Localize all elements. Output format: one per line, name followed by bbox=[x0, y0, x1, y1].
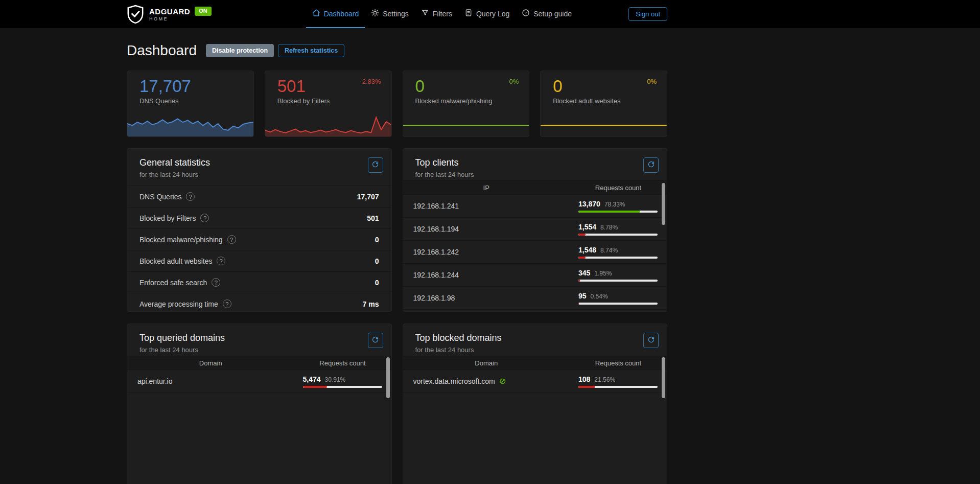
dns-queries-sparkline bbox=[127, 112, 253, 136]
request-count: 5,474 bbox=[303, 375, 321, 383]
refresh-button[interactable] bbox=[368, 333, 383, 348]
nav-item-query-log[interactable]: Query Log bbox=[458, 0, 516, 28]
request-percent: 8.74% bbox=[600, 247, 618, 254]
requests-bar bbox=[578, 234, 658, 236]
nav-item-filters[interactable]: Filters bbox=[415, 0, 458, 28]
brand-name: ADGUARD bbox=[149, 7, 190, 16]
nav-item-settings[interactable]: Settings bbox=[365, 0, 415, 28]
stat-row-label: DNS Queries bbox=[139, 193, 181, 201]
stat-row: Blocked adult websites ? 0 bbox=[127, 250, 391, 271]
blocked-by-filters-link[interactable]: Blocked by Filters bbox=[277, 97, 330, 105]
request-count: 345 bbox=[578, 269, 590, 277]
request-count: 13,870 bbox=[578, 200, 600, 208]
question-icon[interactable]: ? bbox=[200, 214, 209, 222]
stat-card-dns-queries: 17,707 DNS Queries bbox=[127, 71, 254, 137]
main-nav: Dashboard Settings Filters Query Log bbox=[306, 0, 578, 28]
brand[interactable]: ADGUARD ON HOME bbox=[127, 5, 212, 24]
general-statistics-panel: General statistics for the last 24 hours… bbox=[127, 148, 392, 312]
stat-row-label: Blocked malware/phishing bbox=[139, 236, 223, 244]
brand-sub: HOME bbox=[149, 16, 212, 21]
client-row: 192.168.1.242 1,548 8.74% bbox=[403, 241, 667, 264]
table-header: IP Requests count bbox=[403, 180, 667, 195]
request-percent: 21.56% bbox=[594, 376, 615, 383]
column-header-domain: Domain bbox=[127, 359, 294, 367]
nav-label: Dashboard bbox=[324, 10, 359, 18]
blocked-filters-sparkline bbox=[265, 112, 391, 136]
table-header: Domain Requests count bbox=[127, 356, 391, 370]
column-header-domain: Domain bbox=[403, 359, 570, 367]
column-header-requests: Requests count bbox=[294, 359, 391, 367]
dashboard-icon bbox=[312, 9, 320, 18]
requests-bar bbox=[578, 303, 658, 305]
refresh-button[interactable] bbox=[643, 157, 659, 173]
requests-bar-fill bbox=[578, 257, 586, 259]
top-nav-bar: ADGUARD ON HOME Dashboard Settings bbox=[0, 0, 980, 28]
refresh-icon bbox=[371, 336, 379, 345]
stat-row: Blocked by Filters ? 501 bbox=[127, 207, 391, 228]
dns-queries-value: 17,707 bbox=[139, 78, 253, 96]
requests-bar bbox=[578, 280, 658, 282]
question-icon[interactable]: ? bbox=[227, 235, 236, 244]
requests-bar bbox=[303, 386, 382, 388]
nav-label: Query Log bbox=[476, 10, 509, 18]
client-ip: 192.168.1.241 bbox=[413, 202, 579, 210]
stat-row: Blocked malware/phishing ? 0 bbox=[127, 228, 391, 250]
scrollbar-thumb[interactable] bbox=[662, 357, 665, 398]
requests-bar bbox=[578, 257, 658, 259]
requests-bar-fill bbox=[578, 280, 580, 282]
question-icon[interactable]: ? bbox=[223, 299, 231, 308]
sign-out-button[interactable]: Sign out bbox=[628, 7, 667, 21]
nav-item-setup-guide[interactable]: ? Setup guide bbox=[516, 0, 578, 28]
blocked-malware-sparkline bbox=[403, 112, 529, 136]
nav-item-dashboard[interactable]: Dashboard bbox=[306, 0, 365, 28]
stat-row-value: 7 ms bbox=[363, 300, 379, 308]
nav-label: Settings bbox=[383, 10, 409, 18]
domain-row: api.entur.io 5,474 30.91% bbox=[127, 370, 391, 393]
allowlist-icon[interactable]: ⊘ bbox=[499, 377, 506, 385]
question-icon[interactable]: ? bbox=[217, 257, 225, 265]
requests-bar-fill bbox=[303, 386, 328, 388]
page-title: Dashboard bbox=[127, 42, 197, 59]
request-count: 1,554 bbox=[578, 223, 596, 231]
protection-status-badge: ON bbox=[195, 7, 212, 15]
stat-row-value: 0 bbox=[375, 257, 379, 265]
column-header-ip: IP bbox=[403, 184, 570, 192]
blocked-filters-percent: 2.83% bbox=[362, 78, 381, 85]
panel-subtitle: for the last 24 hours bbox=[415, 346, 502, 354]
requests-bar-fill bbox=[578, 303, 579, 305]
client-ip: 192.168.1.194 bbox=[413, 225, 579, 233]
client-row: 192.168.1.98 95 0.54% bbox=[403, 287, 667, 310]
scrollbar-thumb[interactable] bbox=[662, 183, 665, 225]
top-clients-table: IP Requests count 192.168.1.241 13,870 7… bbox=[403, 180, 667, 310]
queried-domain: api.entur.io bbox=[137, 377, 303, 385]
panel-subtitle: for the last 24 hours bbox=[415, 171, 474, 178]
request-percent: 1.95% bbox=[594, 270, 612, 277]
stat-row: DNS Queries ? 17,707 bbox=[127, 186, 391, 207]
requests-bar-fill bbox=[578, 211, 640, 213]
stat-row-value: 0 bbox=[375, 236, 379, 244]
blocked-adult-sparkline bbox=[541, 112, 667, 136]
refresh-statistics-button[interactable]: Refresh statistics bbox=[278, 44, 344, 57]
top-clients-panel: Top clients for the last 24 hours IP Req… bbox=[403, 148, 668, 312]
requests-bar-fill bbox=[578, 386, 595, 388]
panel-title: General statistics bbox=[139, 157, 210, 168]
gear-icon bbox=[371, 9, 379, 18]
stat-row-label: Blocked by Filters bbox=[139, 214, 196, 222]
request-percent: 30.91% bbox=[325, 376, 346, 383]
request-percent: 78.33% bbox=[604, 201, 625, 208]
column-header-requests: Requests count bbox=[570, 184, 667, 192]
disable-protection-button[interactable]: Disable protection bbox=[206, 44, 274, 57]
refresh-button[interactable] bbox=[643, 333, 659, 348]
top-queried-table: Domain Requests count api.entur.io 5,474… bbox=[127, 356, 391, 393]
stat-row: Average processing time ? 7 ms bbox=[127, 293, 391, 312]
blocked-malware-percent: 0% bbox=[509, 78, 519, 85]
request-count: 1,548 bbox=[578, 246, 596, 254]
stat-row-label: Average processing time bbox=[139, 300, 218, 308]
refresh-button[interactable] bbox=[368, 157, 383, 173]
question-icon[interactable]: ? bbox=[212, 278, 220, 287]
dns-queries-label: DNS Queries bbox=[139, 97, 179, 105]
stat-row-value: 0 bbox=[375, 279, 379, 287]
scrollbar-thumb[interactable] bbox=[386, 357, 390, 398]
question-icon[interactable]: ? bbox=[186, 192, 195, 201]
panel-title: Top blocked domains bbox=[415, 333, 502, 343]
